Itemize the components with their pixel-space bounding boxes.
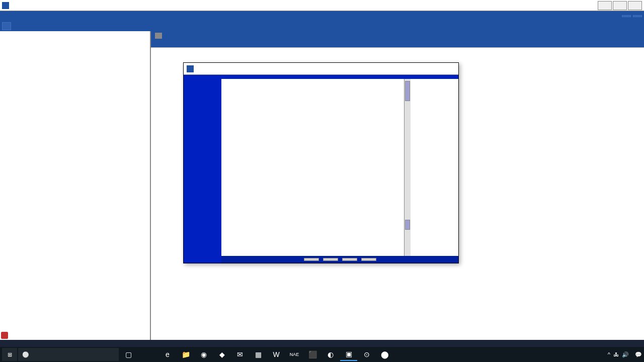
nav-tree[interactable] [0,31,150,340]
store-icon[interactable]: ⬛ [304,348,321,361]
search-icon: ⚪ [22,351,29,358]
explorer-icon[interactable]: 📁 [177,348,194,361]
back-button[interactable] [323,258,338,261]
scroll-thumb[interactable] [405,220,410,230]
wizard-steps-nav [184,75,221,263]
scroll-thumb[interactable] [405,81,410,101]
app-icon[interactable]: ◐ [322,348,339,361]
maximize-button[interactable] [613,1,627,10]
trend-items-tree[interactable] [221,79,405,256]
wizard-icon [187,65,194,72]
search-box[interactable]: ⚪ [18,348,119,361]
nae-icon[interactable]: NAE [286,348,303,361]
last-button[interactable] [361,258,376,261]
notifications-icon[interactable]: 💬 [635,351,642,358]
logout-button[interactable] [622,15,631,17]
tray-chevron-icon[interactable]: ^ [608,351,610,357]
toolbar-btn[interactable] [2,22,11,30]
scrollbar[interactable] [405,79,411,256]
app-icon[interactable]: ◆ [213,348,230,361]
task-view-icon[interactable]: ▢ [120,348,137,361]
start-button[interactable]: ⊞ [2,348,17,361]
object-status [151,40,644,47]
excel-icon[interactable]: ▦ [250,348,267,361]
menu-bar [0,11,644,21]
outlook-icon[interactable]: ✉ [231,348,249,361]
back-icon[interactable] [155,33,162,39]
insert-trend-study-wizard [183,62,459,263]
taskbar: ⊞ ⚪ ▢ e 📁 ◉ ◆ ✉ ▦ W NAE ⬛ ◐ ▣ ⊙ ⬤ ^ 🖧 🔊 … [0,347,644,362]
exit-button[interactable] [633,15,642,17]
toolbar [0,21,644,31]
metasys-icon[interactable]: ▣ [340,348,357,361]
obs-icon[interactable]: ⊙ [358,348,375,361]
system-tray[interactable]: ^ 🖧 🔊 💬 [608,351,642,358]
close-button[interactable] [628,1,642,10]
cancel-button[interactable] [304,258,319,261]
next-button[interactable] [342,258,357,261]
wizard-hint [411,79,458,256]
nav-panel [0,31,151,340]
edge-icon[interactable]: e [159,348,176,361]
chrome-icon[interactable]: ◉ [195,348,212,361]
minimize-button[interactable] [598,1,612,10]
desktop-status-bar [0,340,644,347]
word-icon[interactable]: W [268,348,285,361]
security-shield-icon[interactable] [1,332,8,339]
wizard-page-header [221,75,458,79]
volume-icon[interactable]: 🔊 [622,351,629,358]
network-icon[interactable]: 🖧 [613,351,619,357]
app-icon [2,2,9,9]
app-icon[interactable]: ⬤ [376,348,393,361]
title-bar [0,0,644,11]
